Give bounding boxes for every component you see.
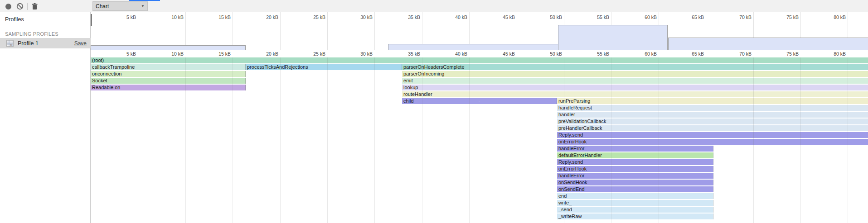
flame-gridline xyxy=(185,57,186,223)
flame-bar[interactable]: _send xyxy=(557,207,713,213)
view-mode-select[interactable]: Chart ▼ xyxy=(92,1,148,11)
flame-bar-label: Reply.send xyxy=(558,159,583,165)
clear-profiles-button[interactable] xyxy=(15,2,24,11)
record-heap-profile-button[interactable] xyxy=(4,2,13,11)
overview-left-grip[interactable] xyxy=(91,14,92,26)
overview-tick-label: 60 kB xyxy=(632,14,657,20)
flame-gridline xyxy=(138,57,138,223)
flame-ruler-tick-label: 75 kB xyxy=(774,51,799,57)
overview-tick-label: 50 kB xyxy=(538,14,562,20)
overview-tick-label: 35 kB xyxy=(396,14,420,20)
overview-area-segment xyxy=(558,25,668,50)
overview-tick-label: 20 kB xyxy=(254,14,278,20)
flame-bar[interactable]: routeHandler xyxy=(402,91,868,97)
view-mode-value: Chart xyxy=(96,3,109,9)
flame-bar-label: _send xyxy=(558,207,572,212)
flame-bar[interactable]: Reply.send xyxy=(557,132,868,138)
flame-bar[interactable]: preValidationCallback xyxy=(557,119,868,124)
flame-bar[interactable]: end xyxy=(557,193,713,199)
flame-gridline xyxy=(611,57,611,223)
memory-overview-pane[interactable]: 5 kB10 kB15 kB20 kB25 kB30 kB35 kB40 kB4… xyxy=(91,12,868,50)
flame-gridline xyxy=(327,57,328,223)
flame-bar[interactable]: onSendEnd xyxy=(557,186,713,192)
flame-bar[interactable]: handler xyxy=(557,112,868,118)
sidebar-item-profile-1[interactable]: % Profile 1 Save xyxy=(0,38,91,48)
flame-bar[interactable]: (root) xyxy=(91,57,868,63)
flame-bar[interactable]: handleError xyxy=(557,146,713,152)
overview-tick-label: 5 kB xyxy=(112,14,136,20)
flame-bar-label: Readable.on xyxy=(92,85,120,90)
flame-bar-label: callbackTrampoline xyxy=(92,64,135,70)
delete-profile-button[interactable] xyxy=(30,2,39,11)
flame-bar-label: child xyxy=(403,98,414,104)
flame-gridline xyxy=(564,57,564,223)
flame-gridline xyxy=(469,57,470,223)
overview-area-segment xyxy=(388,44,558,50)
flame-ruler-tick-label: 45 kB xyxy=(490,51,515,57)
flame-bar[interactable]: Reply.send xyxy=(557,159,713,165)
overview-tick-label: 25 kB xyxy=(301,14,325,20)
profile-name: Profile 1 xyxy=(18,40,39,47)
flame-ruler-tick-label: 15 kB xyxy=(206,51,231,57)
flame-bar[interactable]: child xyxy=(402,98,557,104)
flame-bar[interactable]: emit xyxy=(402,78,868,84)
flame-bar-label: end xyxy=(558,193,567,199)
flame-bar[interactable]: processTicksAndRejections xyxy=(246,64,402,70)
overview-tick-label: 45 kB xyxy=(490,14,515,20)
flame-gridline xyxy=(706,57,706,223)
flame-ruler-tick-label: 30 kB xyxy=(348,51,373,57)
flame-bar-label: (root) xyxy=(92,57,104,63)
overview-tick-label: 30 kB xyxy=(348,14,373,20)
flame-gridline xyxy=(659,57,659,223)
flame-bar[interactable]: callbackTrampoline xyxy=(91,64,246,70)
overview-gridline xyxy=(327,12,328,50)
flame-bar[interactable]: Socket xyxy=(91,78,246,84)
flame-bar-label: parserOnIncoming xyxy=(403,71,445,76)
overview-gridline xyxy=(185,12,186,50)
flame-bar[interactable]: onconnection xyxy=(91,71,246,77)
flame-ruler-tick-label: 70 kB xyxy=(727,51,752,57)
flame-bar[interactable]: preHandlerCallback xyxy=(557,125,868,131)
flame-bar-label: handleError xyxy=(558,173,584,178)
flame-bar[interactable]: onErrorHook xyxy=(557,139,868,145)
flame-bar[interactable]: write_ xyxy=(557,200,713,206)
flame-bar[interactable]: _writeRaw xyxy=(557,214,713,219)
overview-tick-label: 75 kB xyxy=(774,14,799,20)
overview-gridline xyxy=(374,12,375,50)
flame-bar[interactable]: Readable.on xyxy=(91,85,246,90)
flame-bar-label: onErrorHook xyxy=(558,166,587,171)
flame-bar-label: handleError xyxy=(558,146,584,151)
flame-ruler-tick-label: 80 kB xyxy=(821,51,846,57)
flame-bar[interactable]: handleRequest xyxy=(557,105,868,111)
flame-bar[interactable]: parserOnIncoming xyxy=(402,71,868,77)
flame-bar-label: onconnection xyxy=(92,71,121,76)
flame-bar[interactable]: runPreParsing xyxy=(557,98,868,104)
overview-tick-label: 65 kB xyxy=(679,14,704,20)
flame-bar[interactable]: handleError xyxy=(557,173,713,179)
sampling-profiles-section-label: SAMPLING PROFILES xyxy=(5,31,58,37)
flame-ruler-tick-label: 40 kB xyxy=(443,51,467,57)
flame-bar[interactable]: defaultErrorHandler xyxy=(557,152,713,158)
flame-bar-label: Reply.send xyxy=(558,132,583,138)
overview-tick-label: 40 kB xyxy=(443,14,467,20)
flame-bar-label: _writeRaw xyxy=(558,214,582,219)
toolbar: Chart ▼ xyxy=(0,0,868,12)
flame-bar-label: emit xyxy=(403,78,413,83)
flame-bar-label: lookup xyxy=(403,85,418,90)
flame-bar[interactable]: onErrorHook xyxy=(557,166,713,172)
trash-icon xyxy=(31,3,38,10)
flame-bar-label: runPreParsing xyxy=(558,98,590,104)
flame-bar-label: onErrorHook xyxy=(558,139,587,144)
flame-bar-label: onSendEnd xyxy=(558,186,585,192)
flame-ruler-tick-label: 35 kB xyxy=(396,51,420,57)
flame-bar[interactable]: parserOnHeadersComplete xyxy=(402,64,868,70)
flame-ruler-tick-label: 25 kB xyxy=(301,51,325,57)
overview-tick-label: 10 kB xyxy=(159,14,184,20)
flame-bar[interactable]: lookup xyxy=(402,85,868,90)
flame-bar[interactable]: onSendHook xyxy=(557,180,713,185)
overview-area-segment xyxy=(668,38,868,50)
overview-tick-label: 15 kB xyxy=(206,14,231,20)
overview-tick-label: 55 kB xyxy=(585,14,609,20)
flame-bar-label: handler xyxy=(558,112,575,117)
save-profile-link[interactable]: Save xyxy=(74,40,87,47)
